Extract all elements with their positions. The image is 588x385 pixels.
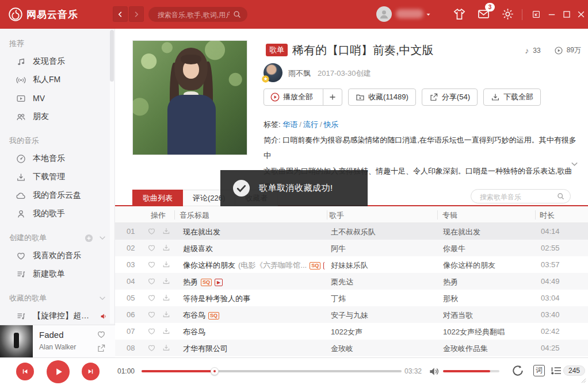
table-row[interactable]: 06布谷鸟SQ安子与九妹对酒当歌03:40 bbox=[115, 306, 588, 323]
table-row[interactable]: 05等待是种考验人的事丁炜那秋03:04 bbox=[115, 290, 588, 306]
back-button[interactable] bbox=[113, 6, 128, 22]
expand-description-icon[interactable] bbox=[570, 160, 579, 168]
tag-link[interactable]: 快乐 bbox=[324, 120, 339, 129]
track-title[interactable]: 现在就出发 bbox=[183, 227, 220, 237]
sidebar-item[interactable]: 我的音乐云盘 bbox=[0, 186, 114, 205]
download-icon[interactable] bbox=[162, 294, 170, 302]
like-icon[interactable] bbox=[147, 244, 156, 252]
now-playing-panel[interactable]: Faded Alan Walker bbox=[0, 325, 115, 357]
creator-avatar[interactable] bbox=[264, 63, 282, 82]
download-icon[interactable] bbox=[162, 277, 170, 285]
now-playing-title[interactable]: Faded bbox=[39, 330, 64, 340]
like-icon[interactable] bbox=[147, 327, 156, 336]
add-all-to-queue-button[interactable] bbox=[323, 89, 342, 105]
play-button[interactable] bbox=[47, 360, 70, 383]
table-row[interactable]: 01现在就出发土不叔叔乐队现在就出发04:14 bbox=[115, 223, 588, 240]
track-album[interactable]: 金玫岐作品集 bbox=[443, 344, 488, 354]
track-title[interactable]: 布谷鸟 bbox=[183, 327, 205, 337]
track-album[interactable]: 1022女声经典翻唱 bbox=[443, 327, 505, 337]
sidebar-item[interactable]: 我的歌手 bbox=[0, 205, 114, 223]
like-icon[interactable] bbox=[147, 344, 156, 352]
like-icon[interactable] bbox=[147, 310, 156, 319]
download-all-button[interactable]: 下载全部 bbox=[483, 88, 541, 106]
collapse-section-icon[interactable] bbox=[98, 234, 106, 242]
app-logo-icon[interactable] bbox=[8, 7, 23, 22]
track-album[interactable]: 那秋 bbox=[443, 294, 458, 304]
track-title[interactable]: 布谷鸟SQ bbox=[183, 310, 219, 321]
table-row[interactable]: 08才华有限公司金玫岐金玫岐作品集04:25 bbox=[115, 340, 588, 356]
track-album[interactable]: 像你这样的朋友 bbox=[443, 260, 495, 271]
now-playing-artist[interactable]: Alan Walker bbox=[39, 343, 76, 351]
volume-slider[interactable] bbox=[443, 370, 499, 372]
tab-active[interactable]: 歌曲列表 bbox=[132, 190, 183, 206]
sidebar-scrollbar-thumb[interactable] bbox=[110, 30, 114, 82]
tag-link[interactable]: 流行 bbox=[303, 120, 318, 129]
sidebar-item[interactable]: 【旋律控】超级好听... bbox=[0, 307, 114, 325]
table-row[interactable]: 04热勇SQ▶栗先达热勇04:49 bbox=[115, 273, 588, 290]
track-album[interactable]: 你最牛 bbox=[443, 244, 465, 254]
previous-button[interactable] bbox=[16, 363, 34, 380]
share-song-icon[interactable] bbox=[97, 344, 106, 353]
mini-mode-icon[interactable] bbox=[532, 10, 541, 19]
track-artist[interactable]: 阿牛 bbox=[331, 244, 346, 254]
progress-bar[interactable] bbox=[142, 370, 402, 372]
track-artist[interactable]: 安子与九妹 bbox=[331, 310, 368, 321]
track-title[interactable]: 等待是种考验人的事 bbox=[183, 294, 250, 304]
sidebar-item[interactable]: 发现音乐 bbox=[0, 52, 114, 71]
like-song-icon[interactable] bbox=[97, 330, 106, 339]
like-icon[interactable] bbox=[147, 294, 156, 302]
resize-grip[interactable] bbox=[581, 378, 586, 383]
track-artist[interactable]: 金玫岐 bbox=[331, 344, 353, 354]
track-title[interactable]: 超级喜欢 bbox=[183, 244, 213, 254]
track-search-input[interactable] bbox=[479, 190, 556, 203]
theme-skin-icon[interactable] bbox=[453, 7, 466, 21]
track-artist[interactable]: 好妹妹乐队 bbox=[331, 260, 368, 271]
search-icon[interactable] bbox=[233, 10, 241, 18]
sidebar-item[interactable]: 私人FM bbox=[0, 71, 114, 89]
track-title[interactable]: 像你这样的朋友(电影《六弄咖啡馆...SQ▶ bbox=[183, 260, 324, 271]
track-title[interactable]: 热勇SQ▶ bbox=[183, 277, 223, 287]
next-button[interactable] bbox=[82, 363, 100, 380]
track-artist[interactable]: 丁炜 bbox=[331, 294, 346, 304]
download-icon[interactable] bbox=[162, 310, 170, 318]
global-search-input[interactable] bbox=[156, 7, 231, 23]
track-artist[interactable]: 土不叔叔乐队 bbox=[331, 227, 376, 237]
collect-button[interactable]: 收藏(11489) bbox=[348, 88, 416, 106]
repeat-mode-icon[interactable] bbox=[511, 364, 524, 377]
playlist-cover[interactable] bbox=[132, 40, 247, 155]
sidebar-item[interactable]: 下载管理 bbox=[0, 168, 114, 186]
playlist-track-search[interactable] bbox=[471, 189, 571, 203]
tag-link[interactable]: 华语 bbox=[282, 120, 297, 129]
mv-badge[interactable]: ▶ bbox=[215, 279, 223, 286]
track-album[interactable]: 现在就出发 bbox=[443, 227, 480, 237]
username-redacted[interactable] bbox=[396, 9, 423, 18]
collapse-section-icon[interactable] bbox=[98, 294, 106, 302]
album-art[interactable] bbox=[0, 325, 33, 357]
sidebar-item[interactable]: 本地音乐 bbox=[0, 149, 114, 168]
track-album[interactable]: 热勇 bbox=[443, 277, 458, 287]
sidebar-item[interactable]: 我喜欢的音乐 bbox=[0, 247, 114, 265]
close-icon[interactable] bbox=[576, 10, 586, 19]
track-artist[interactable]: 1022女声 bbox=[331, 327, 362, 337]
download-icon[interactable] bbox=[162, 244, 170, 252]
minimize-icon[interactable] bbox=[547, 10, 556, 19]
table-row[interactable]: 07布谷鸟1022女声1022女声经典翻唱02:42 bbox=[115, 323, 588, 340]
creator-name[interactable]: 雨不飘 bbox=[288, 68, 311, 79]
add-playlist-icon[interactable] bbox=[85, 234, 93, 242]
track-album[interactable]: 对酒当歌 bbox=[443, 310, 473, 321]
user-avatar[interactable] bbox=[376, 6, 392, 22]
like-icon[interactable] bbox=[147, 227, 156, 236]
track-search-icon[interactable] bbox=[557, 192, 564, 200]
table-row[interactable]: 02超级喜欢阿牛你最牛02:55 bbox=[115, 240, 588, 256]
progress-knob[interactable] bbox=[211, 367, 219, 375]
global-search[interactable] bbox=[148, 7, 247, 22]
download-icon[interactable] bbox=[162, 260, 170, 268]
sidebar-item[interactable]: MV bbox=[0, 89, 114, 107]
like-icon[interactable] bbox=[147, 277, 156, 286]
mv-badge[interactable]: ▶ bbox=[323, 262, 324, 270]
play-all-button[interactable]: 播放全部 bbox=[264, 89, 319, 105]
settings-gear-icon[interactable] bbox=[501, 7, 514, 21]
share-button[interactable]: 分享(54) bbox=[422, 88, 478, 106]
sidebar-item[interactable]: 朋友 bbox=[0, 107, 114, 126]
maximize-icon[interactable] bbox=[562, 10, 571, 19]
